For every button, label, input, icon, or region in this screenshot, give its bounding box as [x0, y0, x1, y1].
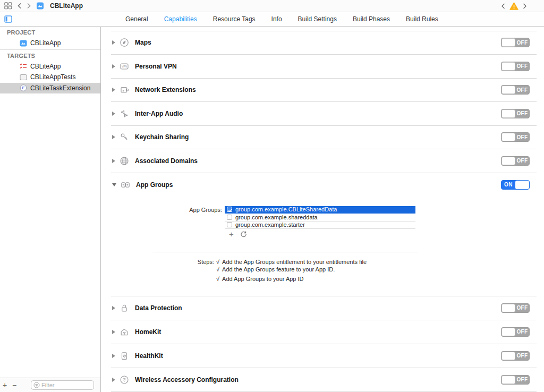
- document-icon: [36, 2, 44, 10]
- tab-general[interactable]: General: [125, 15, 148, 23]
- tab-overview-icon[interactable]: [4, 2, 12, 10]
- capability-row-wireless-accessory-configuration: Wireless Accessory Configuration OFF: [111, 368, 537, 392]
- keychain-sharing-toggle[interactable]: OFF: [501, 132, 530, 142]
- capability-label: Personal VPN: [135, 63, 177, 70]
- sidebar-item-label: CBLiteAppTests: [30, 73, 75, 81]
- step-item: √ Add App Groups to your App ID: [216, 275, 367, 283]
- add-target-button[interactable]: +: [0, 381, 10, 389]
- filter-icon: [33, 382, 40, 388]
- check-icon: √: [216, 258, 219, 266]
- window-title: CBLiteApp: [50, 2, 83, 10]
- inter-app-audio-toggle[interactable]: OFF: [501, 109, 530, 118]
- filter-input[interactable]: [41, 382, 87, 388]
- app-group-row[interactable]: group.com.example.CBLiteSharedData: [225, 206, 415, 214]
- issue-prev-icon[interactable]: [501, 3, 505, 9]
- disclosure-triangle-icon[interactable]: [112, 112, 115, 116]
- toggle-knob: [502, 62, 515, 71]
- app-group-row[interactable]: group.com.example.starter: [225, 221, 415, 229]
- app-group-id: group.com.example.starter: [235, 221, 305, 228]
- issue-next-icon[interactable]: [523, 3, 527, 9]
- toggle-knob: [502, 157, 515, 165]
- capabilities-editor: Maps OFF VPN Personal VPN OFF: [101, 27, 544, 392]
- related-items-icon[interactable]: [4, 15, 12, 23]
- disclosure-triangle-icon[interactable]: [112, 64, 115, 69]
- test-bundle-icon: [20, 74, 27, 81]
- disclosure-triangle-icon[interactable]: [112, 40, 115, 45]
- add-app-group-button[interactable]: +: [229, 231, 234, 238]
- network-extensions-icon: [120, 85, 131, 95]
- filter-field[interactable]: [31, 380, 94, 390]
- capability-row-maps: Maps OFF: [111, 31, 537, 55]
- disclosure-triangle-expanded-icon[interactable]: [112, 183, 116, 186]
- app-groups-list: group.com.example.CBLiteSharedData group…: [225, 206, 415, 229]
- maps-toggle[interactable]: OFF: [501, 38, 530, 47]
- vpn-icon: VPN: [120, 62, 131, 71]
- navigator-filter-bar: + −: [0, 378, 100, 392]
- refresh-app-groups-button[interactable]: [240, 231, 247, 238]
- disclosure-triangle-icon[interactable]: [112, 306, 115, 310]
- nav-forward-icon[interactable]: [27, 3, 31, 9]
- keychain-sharing-icon: [120, 132, 131, 142]
- app-group-row[interactable]: group.com.example.shareddata: [225, 214, 415, 221]
- toggle-knob: [515, 181, 529, 189]
- disclosure-triangle-icon[interactable]: [112, 378, 115, 382]
- tab-capabilities[interactable]: Capabilities: [164, 15, 197, 23]
- wireless-accessory-icon: [120, 375, 131, 385]
- capability-label: HomeKit: [135, 328, 161, 336]
- window-titlebar: CBLiteApp: [0, 0, 544, 12]
- capability-label: Inter-App Audio: [135, 110, 183, 117]
- disclosure-triangle-icon[interactable]: [112, 88, 115, 92]
- check-icon: √: [216, 266, 219, 273]
- disclosure-triangle-icon[interactable]: [112, 354, 115, 358]
- project-file-icon: [20, 40, 27, 47]
- capability-label: Network Extensions: [135, 86, 196, 93]
- tab-resource-tags[interactable]: Resource Tags: [213, 15, 256, 23]
- sidebar-item-target-cbliteapp[interactable]: CBLiteApp: [0, 61, 100, 72]
- sidebar-item-label: CBLiteApp: [30, 39, 61, 47]
- disclosure-triangle-icon[interactable]: [112, 135, 115, 139]
- sidebar-item-target-cblitetaskextension[interactable]: E CBLiteTaskExtension: [0, 83, 100, 94]
- capability-label: App Groups: [136, 181, 173, 189]
- capability-row-network-extensions: Network Extensions OFF: [111, 79, 537, 103]
- tab-build-rules[interactable]: Build Rules: [406, 15, 438, 23]
- personal-vpn-toggle[interactable]: OFF: [501, 62, 530, 71]
- app-group-checkbox[interactable]: [227, 215, 232, 220]
- capability-row-data-protection: Data Protection OFF: [111, 296, 537, 320]
- disclosure-triangle-icon[interactable]: [112, 159, 115, 163]
- steps-block: Steps: √ Add the App Groups entitlement …: [111, 258, 367, 283]
- tab-info[interactable]: Info: [271, 15, 282, 23]
- project-navigator: PROJECT CBLiteApp TARGETS CBLiteApp CBLi…: [0, 27, 101, 392]
- toggle-knob: [502, 133, 515, 141]
- capability-label: Associated Domains: [135, 157, 198, 165]
- homekit-icon: [120, 327, 131, 337]
- data-protection-toggle[interactable]: OFF: [501, 303, 530, 313]
- healthkit-icon: [120, 351, 131, 361]
- maps-icon: [120, 38, 131, 47]
- steps-label: Steps:: [111, 258, 214, 283]
- remove-target-button[interactable]: −: [10, 381, 19, 389]
- tab-build-settings[interactable]: Build Settings: [298, 15, 337, 23]
- step-item: √ Add the App Groups feature to your App…: [216, 266, 367, 273]
- warning-icon[interactable]: [509, 2, 518, 10]
- check-icon: √: [216, 275, 219, 283]
- homekit-toggle[interactable]: OFF: [501, 327, 530, 337]
- app-groups-toggle[interactable]: ON: [501, 180, 530, 190]
- toggle-knob: [502, 304, 515, 312]
- tab-build-phases[interactable]: Build Phases: [353, 15, 390, 23]
- associated-domains-toggle[interactable]: OFF: [501, 156, 530, 166]
- capability-label: Keychain Sharing: [135, 133, 189, 141]
- app-group-checkbox[interactable]: [227, 222, 232, 227]
- step-item: √ Add the App Groups entitlement to your…: [216, 258, 367, 266]
- svg-text:VPN: VPN: [122, 65, 127, 68]
- app-group-checkbox-checked[interactable]: [227, 207, 232, 212]
- sidebar-item-target-cbliteapptests[interactable]: CBLiteAppTests: [0, 72, 100, 83]
- capability-row-personal-vpn: VPN Personal VPN OFF: [111, 55, 537, 79]
- app-groups-list-label: App Groups:: [111, 207, 222, 213]
- sidebar-item-project-cbliteapp[interactable]: CBLiteApp: [0, 38, 100, 49]
- disclosure-triangle-icon[interactable]: [112, 330, 115, 334]
- healthkit-toggle[interactable]: OFF: [501, 351, 530, 361]
- wireless-accessory-toggle[interactable]: OFF: [501, 375, 530, 385]
- network-extensions-toggle[interactable]: OFF: [501, 85, 530, 95]
- nav-back-icon[interactable]: [17, 3, 22, 9]
- toggle-knob: [502, 38, 515, 47]
